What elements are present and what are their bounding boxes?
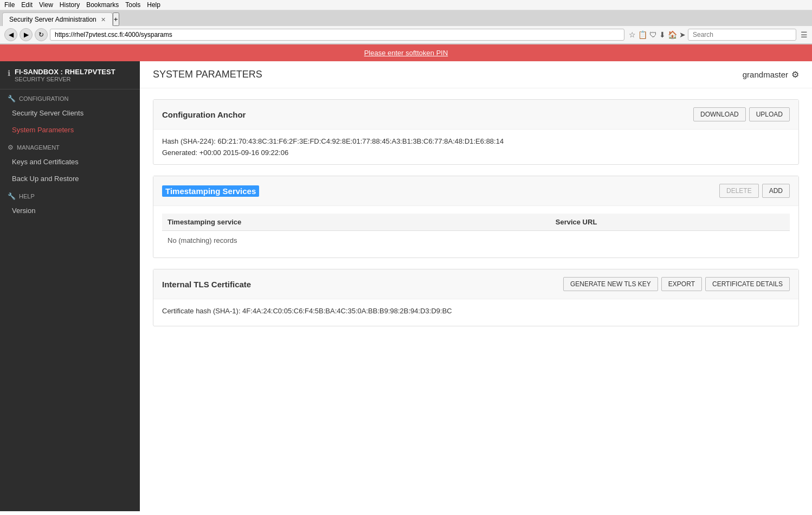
certificate-details-button[interactable]: CERTIFICATE DETAILS — [705, 277, 790, 291]
export-button[interactable]: EXPORT — [661, 277, 702, 291]
timestamping-card: Timestamping Services DELETE ADD Timesta… — [153, 176, 799, 258]
menu-bar: File Edit View History Bookmarks Tools H… — [0, 0, 812, 10]
url-input[interactable] — [50, 29, 624, 41]
username-label: grandmaster — [743, 70, 788, 79]
add-button[interactable]: ADD — [762, 184, 790, 198]
shield-icon[interactable]: 🛡 — [649, 30, 657, 39]
main-content: SYSTEM PARAMETERS grandmaster ⚙ Configur… — [140, 61, 812, 511]
readinglist-icon[interactable]: 📋 — [638, 30, 647, 39]
timestamping-table: Timestamping service Service URL No (mat… — [162, 214, 790, 250]
config-anchor-hash: Hash (SHA-224): 6D:21:70:43:8C:31:F6:2F:… — [162, 137, 790, 145]
menu-icon[interactable]: ☰ — [801, 30, 808, 39]
no-records-label: No (matching) records — [162, 231, 790, 250]
tab-close-button[interactable]: ✕ — [101, 16, 106, 23]
help-icon: 🔧 — [8, 192, 16, 200]
page-title: SYSTEM PARAMETERS — [153, 69, 262, 80]
tab-bar: Security Server Administration ✕ + — [0, 10, 812, 26]
internal-tls-title: Internal TLS Certificate — [162, 280, 251, 289]
notification-bar: Please enter softtoken PIN — [0, 44, 812, 61]
generate-tls-key-button[interactable]: GENERATE NEW TLS KEY — [563, 277, 658, 291]
info-icon: ℹ — [8, 69, 10, 78]
config-anchor-generated: Generated: +00:00 2015-09-16 09:22:06 — [162, 149, 790, 157]
notification-link[interactable]: Please enter softtoken PIN — [364, 49, 448, 57]
search-input[interactable] — [688, 29, 796, 41]
menu-history[interactable]: History — [60, 1, 80, 9]
timestamping-body: Timestamping service Service URL No (mat… — [153, 206, 798, 258]
gear-sidebar-icon: ⚙ — [8, 144, 14, 151]
sidebar-item-backup-restore[interactable]: Back Up and Restore — [0, 170, 140, 187]
sidebar-section-help: 🔧 HELP — [0, 187, 140, 202]
internal-tls-card: Internal TLS Certificate GENERATE NEW TL… — [153, 269, 799, 326]
tab-title: Security Server Administration — [9, 16, 96, 23]
menu-tools[interactable]: Tools — [125, 1, 140, 9]
sidebar-section-management: ⚙ MANAGEMENT — [0, 138, 140, 153]
home-icon[interactable]: 🏠 — [668, 30, 677, 39]
app-container: ℹ FI-SANDBOX : RHEL7PVTEST SECURITY SERV… — [0, 61, 812, 511]
internal-tls-header: Internal TLS Certificate GENERATE NEW TL… — [153, 269, 798, 299]
server-name: FI-SANDBOX : RHEL7PVTEST — [15, 68, 115, 76]
sidebar: ℹ FI-SANDBOX : RHEL7PVTEST SECURITY SERV… — [0, 61, 140, 511]
timestamping-buttons: DELETE ADD — [719, 184, 790, 198]
menu-view[interactable]: View — [39, 1, 53, 9]
server-sub: SECURITY SERVER — [15, 76, 115, 82]
active-tab[interactable]: Security Server Administration ✕ — [2, 12, 113, 26]
management-section-title: ⚙ MANAGEMENT — [8, 144, 132, 151]
browser-chrome: File Edit View History Bookmarks Tools H… — [0, 0, 812, 44]
col-timestamping-service: Timestamping service — [162, 214, 550, 231]
menu-help[interactable]: Help — [147, 1, 160, 9]
sidebar-item-system-parameters[interactable]: System Parameters — [0, 121, 140, 138]
new-tab-button[interactable]: + — [113, 12, 119, 26]
sidebar-item-security-server-clients[interactable]: Security Server Clients — [0, 105, 140, 121]
config-anchor-body: Hash (SHA-224): 6D:21:70:43:8C:31:F6:2F:… — [153, 130, 798, 164]
tls-cert-hash: Certificate hash (SHA-1): 4F:4A:24:C0:05… — [162, 307, 790, 315]
config-anchor-header: Configuration Anchor DOWNLOAD UPLOAD — [153, 100, 798, 130]
upload-button[interactable]: UPLOAD — [749, 107, 790, 121]
sidebar-header: ℹ FI-SANDBOX : RHEL7PVTEST SECURITY SERV… — [0, 61, 140, 89]
send-icon[interactable]: ➤ — [679, 30, 686, 39]
sidebar-section-configuration: 🔧 CONFIGURATION — [0, 89, 140, 105]
address-bar: ◀ ▶ ↻ ☆ 📋 🛡 ⬇ 🏠 ➤ ☰ — [0, 26, 812, 44]
wrench-icon: 🔧 — [8, 95, 16, 102]
menu-file[interactable]: File — [4, 1, 15, 9]
configuration-section-title: 🔧 CONFIGURATION — [8, 95, 132, 102]
back-button[interactable]: ◀ — [4, 28, 17, 41]
menu-edit[interactable]: Edit — [21, 1, 33, 9]
table-row-no-records: No (matching) records — [162, 231, 790, 250]
col-service-url: Service URL — [550, 214, 790, 231]
refresh-button[interactable]: ↻ — [35, 28, 48, 41]
forward-button[interactable]: ▶ — [20, 28, 33, 41]
sidebar-item-keys-certificates[interactable]: Keys and Certificates — [0, 153, 140, 170]
timestamping-title: Timestamping Services — [162, 185, 259, 197]
delete-button[interactable]: DELETE — [719, 184, 759, 198]
config-anchor-title: Configuration Anchor — [162, 110, 246, 119]
config-anchor-buttons: DOWNLOAD UPLOAD — [693, 107, 790, 121]
sidebar-server-info: FI-SANDBOX : RHEL7PVTEST SECURITY SERVER — [15, 68, 115, 82]
config-anchor-card: Configuration Anchor DOWNLOAD UPLOAD Has… — [153, 99, 799, 165]
timestamping-header: Timestamping Services DELETE ADD — [153, 176, 798, 206]
internal-tls-buttons: GENERATE NEW TLS KEY EXPORT CERTIFICATE … — [563, 277, 790, 291]
download-button[interactable]: DOWNLOAD — [693, 107, 746, 121]
main-header: SYSTEM PARAMETERS grandmaster ⚙ — [140, 61, 812, 88]
user-gear-icon[interactable]: ⚙ — [791, 69, 799, 80]
help-section-title: 🔧 HELP — [8, 192, 132, 200]
sidebar-item-version[interactable]: Version — [0, 202, 140, 219]
internal-tls-body: Certificate hash (SHA-1): 4F:4A:24:C0:05… — [153, 299, 798, 326]
menu-bookmarks[interactable]: Bookmarks — [86, 1, 119, 9]
user-menu[interactable]: grandmaster ⚙ — [743, 69, 799, 80]
download-icon[interactable]: ⬇ — [659, 30, 666, 39]
bookmark-icon[interactable]: ☆ — [629, 30, 636, 39]
main-body: Configuration Anchor DOWNLOAD UPLOAD Has… — [140, 88, 812, 348]
